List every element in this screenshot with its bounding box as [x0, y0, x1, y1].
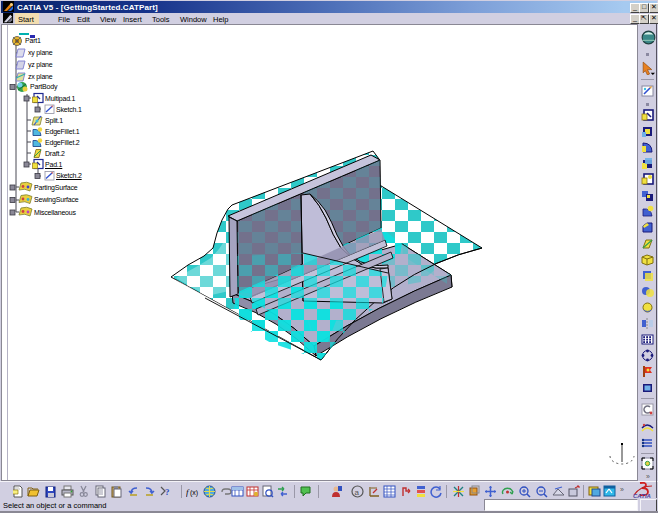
- svg-text:?: ?: [165, 487, 170, 497]
- svg-text:(x): (x): [190, 489, 198, 497]
- svg-text:a: a: [355, 488, 360, 497]
